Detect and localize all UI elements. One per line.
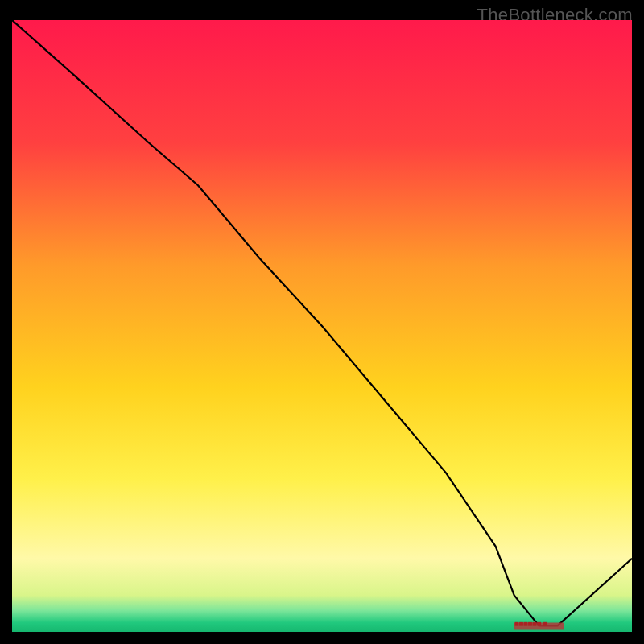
bottleneck-curve <box>12 20 632 625</box>
chart-curve-layer <box>12 20 632 632</box>
chart-area: ■■■■■■ ■ <box>12 20 632 632</box>
optimal-region-label: ■■■■■■ ■ <box>514 619 547 628</box>
